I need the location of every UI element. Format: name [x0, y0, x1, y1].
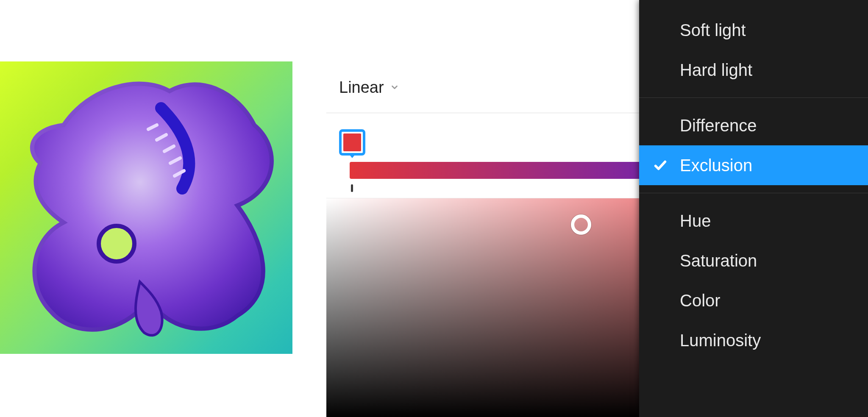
blend-mode-option[interactable]: Luminosity — [639, 320, 868, 360]
blend-mode-option[interactable]: Color — [639, 281, 868, 320]
chevron-down-icon — [390, 83, 399, 92]
color-field-cursor[interactable] — [571, 214, 591, 235]
preview-hole — [99, 226, 134, 261]
blend-mode-option[interactable]: Exclusion — [639, 145, 868, 185]
preview-shape — [32, 84, 272, 330]
blend-mode-option[interactable]: Difference — [639, 106, 868, 145]
blend-mode-option[interactable]: Soft light — [639, 10, 868, 50]
blend-mode-label: Soft light — [680, 22, 746, 39]
blend-mode-menu[interactable]: Soft lightHard lightDifferenceExclusionH… — [639, 0, 868, 417]
checkmark-icon — [652, 158, 669, 172]
blend-mode-label: Difference — [680, 117, 757, 134]
blend-mode-label: Exclusion — [680, 157, 752, 174]
blend-mode-label: Color — [680, 292, 721, 309]
gradient-type-label: Linear — [339, 78, 384, 97]
gradient-stop-1[interactable] — [339, 129, 365, 156]
gradient-type-select[interactable]: Linear — [339, 78, 399, 97]
blend-mode-label: Luminosity — [680, 332, 761, 349]
blend-mode-label: Saturation — [680, 252, 757, 269]
menu-divider — [639, 193, 868, 193]
menu-divider — [639, 97, 868, 98]
blend-mode-label: Hue — [680, 212, 711, 229]
blend-mode-option[interactable]: Hue — [639, 201, 868, 241]
blend-mode-label: Hard light — [680, 61, 752, 78]
opacity-stop-tick[interactable] — [351, 184, 353, 192]
blend-mode-option[interactable]: Saturation — [639, 241, 868, 281]
blend-mode-option[interactable]: Hard light — [639, 50, 868, 90]
canvas-preview — [0, 61, 292, 354]
preview-artwork — [0, 61, 292, 354]
